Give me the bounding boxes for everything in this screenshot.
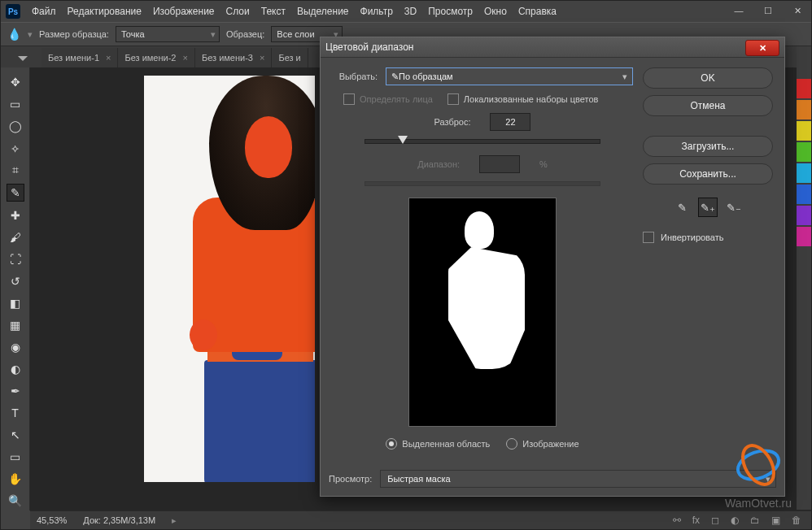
- eraser-tool-icon[interactable]: ◧: [7, 295, 24, 311]
- preview-image-radio[interactable]: [506, 438, 517, 450]
- fx-icon[interactable]: fx: [692, 515, 700, 526]
- marquee-tool-icon[interactable]: ▭: [7, 96, 24, 112]
- new-layer-icon[interactable]: ▣: [771, 515, 780, 526]
- preview-selection-radio[interactable]: [386, 438, 397, 450]
- tool-palette: ✥ ▭ ◯ ⟡ ⌗ ✎ ✚ 🖌 ⛶ ↺ ◧ ▦ ◉ ◐ ✒ T ↖ ▭ ✋ 🔍: [1, 67, 30, 510]
- document-tab[interactable]: Без имени-2×: [118, 48, 194, 67]
- selection-preview[interactable]: [408, 198, 557, 427]
- swatch[interactable]: [797, 100, 811, 119]
- menu-window[interactable]: Окно: [484, 6, 507, 17]
- tab-label: Без и: [278, 53, 300, 63]
- save-button[interactable]: Сохранить...: [643, 163, 773, 185]
- range-slider: [365, 181, 600, 186]
- menu-help[interactable]: Справка: [518, 6, 557, 17]
- invert-label: Инвертировать: [661, 232, 723, 242]
- menu-text[interactable]: Текст: [261, 6, 286, 17]
- preview-mode-select[interactable]: Быстрая маска: [380, 470, 776, 488]
- swatch[interactable]: [797, 79, 811, 98]
- localized-checkbox[interactable]: [447, 93, 459, 105]
- history-brush-tool-icon[interactable]: ↺: [7, 273, 24, 289]
- document-size: Док: 2,35M/3,13M: [83, 515, 155, 525]
- gradient-tool-icon[interactable]: ▦: [7, 317, 24, 333]
- menu-layers[interactable]: Слои: [226, 6, 250, 17]
- select-method-dropdown[interactable]: ✎ По образцам: [386, 67, 633, 85]
- move-tool-icon[interactable]: ✥: [7, 74, 24, 90]
- adjustment-icon[interactable]: ◐: [731, 515, 739, 526]
- menu-select[interactable]: Выделение: [297, 6, 349, 17]
- range-label: Диапазон:: [417, 159, 460, 169]
- watermark: WamOtvet.ru: [725, 437, 792, 510]
- path-select-tool-icon[interactable]: ↖: [7, 427, 24, 443]
- healing-brush-tool-icon[interactable]: ✚: [7, 207, 24, 224]
- document-tab[interactable]: Без имени-1×: [41, 48, 118, 67]
- dodge-tool-icon[interactable]: ◐: [7, 361, 24, 377]
- slider-thumb-icon[interactable]: [398, 136, 408, 144]
- svg-point-0: [735, 445, 782, 484]
- close-icon[interactable]: ×: [183, 53, 188, 63]
- tab-label: Без имени-3: [202, 53, 253, 63]
- preview-mode-label: Просмотр:: [329, 474, 372, 484]
- close-icon[interactable]: ×: [260, 53, 264, 63]
- window-minimize[interactable]: —: [728, 4, 749, 17]
- lasso-tool-icon[interactable]: ◯: [7, 118, 24, 134]
- crop-tool-icon[interactable]: ⌗: [7, 162, 24, 178]
- eyedropper-add-icon[interactable]: ✎₊: [698, 198, 718, 217]
- hand-tool-icon[interactable]: ✋: [7, 471, 24, 487]
- menu-image[interactable]: Изображение: [153, 6, 215, 17]
- cancel-button[interactable]: Отмена: [643, 95, 773, 116]
- swatch[interactable]: [797, 121, 811, 141]
- menu-file[interactable]: Файл: [32, 6, 56, 17]
- load-button[interactable]: Загрузить...: [643, 136, 773, 157]
- dialog-title: Цветовой диапазон: [325, 41, 413, 53]
- rectangle-tool-icon[interactable]: ▭: [7, 449, 24, 465]
- menu-edit[interactable]: Редактирование: [68, 6, 142, 17]
- eyedropper-tool-icon: 💧: [7, 28, 21, 41]
- window-maximize[interactable]: ☐: [757, 4, 779, 17]
- detect-faces-checkbox: [343, 93, 355, 105]
- fuzziness-input[interactable]: [490, 113, 530, 131]
- tab-label: Без имени-1: [48, 53, 99, 63]
- dialog-titlebar[interactable]: Цветовой диапазон ✕: [321, 37, 784, 58]
- eyedropper-icon[interactable]: ✎: [672, 198, 692, 217]
- mask-icon[interactable]: ◻: [711, 515, 719, 526]
- invert-checkbox[interactable]: [643, 232, 654, 243]
- document-image: [144, 76, 315, 482]
- swatch[interactable]: [797, 227, 811, 246]
- stamp-tool-icon[interactable]: ⛶: [7, 251, 24, 267]
- trash-icon[interactable]: 🗑: [792, 515, 801, 526]
- menu-3d[interactable]: 3D: [404, 6, 417, 17]
- range-input: [479, 155, 520, 173]
- select-label: Выбрать:: [332, 72, 378, 81]
- zoom-tool-icon[interactable]: 🔍: [7, 493, 24, 509]
- window-close[interactable]: ✕: [787, 4, 808, 17]
- preview-selection-label: Выделенная область: [402, 439, 490, 449]
- tools-toggle[interactable]: [12, 51, 33, 66]
- eyedropper-subtract-icon[interactable]: ✎₋: [724, 198, 744, 217]
- document-tab[interactable]: Без имени-3×: [195, 48, 272, 67]
- fuzziness-label: Разброс:: [434, 117, 471, 127]
- menu-view[interactable]: Просмотр: [428, 6, 473, 17]
- swatch[interactable]: [797, 163, 811, 183]
- dialog-close-button[interactable]: ✕: [745, 40, 779, 56]
- close-icon[interactable]: ×: [106, 53, 111, 63]
- menu-filter[interactable]: Фильтр: [360, 6, 393, 17]
- zoom-level[interactable]: 45,53%: [37, 515, 67, 525]
- blur-tool-icon[interactable]: ◉: [7, 339, 24, 355]
- document-tab[interactable]: Без и: [272, 48, 308, 67]
- type-tool-icon[interactable]: T: [7, 405, 24, 421]
- swatch[interactable]: [797, 206, 811, 225]
- fuzziness-slider[interactable]: [365, 139, 600, 144]
- folder-icon[interactable]: 🗀: [750, 515, 760, 526]
- detect-faces-label: Определять лица: [360, 94, 433, 104]
- pen-tool-icon[interactable]: ✒: [7, 383, 24, 399]
- swatch[interactable]: [797, 185, 811, 204]
- link-icon[interactable]: ⚯: [673, 515, 681, 526]
- sample-label: Образец:: [226, 29, 264, 39]
- brush-tool-icon[interactable]: 🖌: [7, 229, 24, 245]
- sample-size-select[interactable]: Точка: [116, 26, 220, 42]
- ok-button[interactable]: OK: [643, 67, 773, 89]
- swatch[interactable]: [797, 142, 811, 162]
- eyedropper-tool-icon[interactable]: ✎: [7, 184, 24, 202]
- color-range-dialog: Цветовой диапазон ✕ Выбрать: ✎ По образц…: [320, 37, 785, 497]
- quick-select-tool-icon[interactable]: ⟡: [7, 140, 24, 156]
